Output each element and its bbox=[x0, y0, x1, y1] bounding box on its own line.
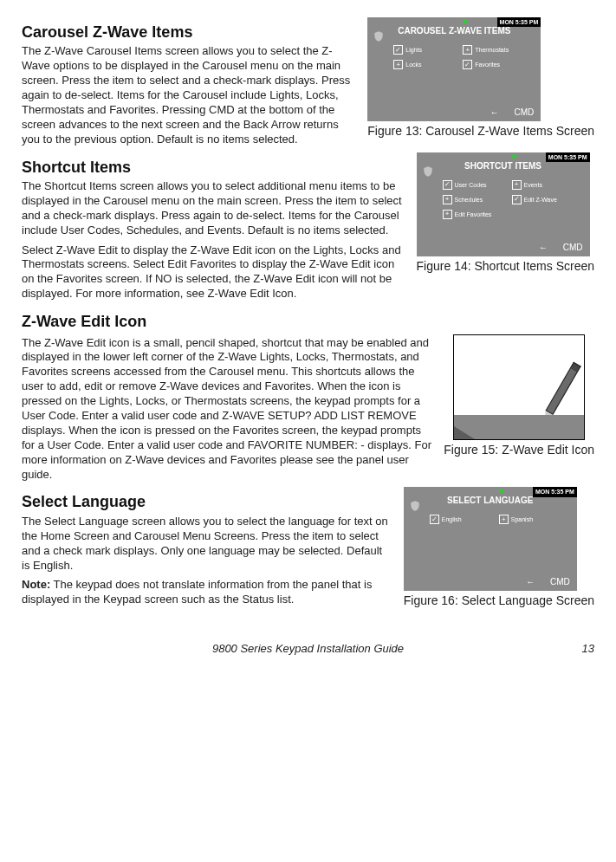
options-grid: ✓Lights +Thermostats +Locks ✓Favorites bbox=[393, 45, 532, 69]
option-label: Spanish bbox=[511, 515, 533, 523]
body-shortcut-1: The Shortcut Items screen allows you to … bbox=[22, 179, 406, 238]
clock-text: MON 5:35 PM bbox=[546, 152, 590, 162]
option-item[interactable]: ✓Lights bbox=[393, 45, 463, 55]
back-arrow-icon[interactable]: ← bbox=[539, 242, 548, 253]
checkbox-icon: + bbox=[393, 60, 403, 69]
pencil-icon bbox=[543, 361, 580, 418]
options-grid: ✓User Codes +Events +Schedules ✓Edit Z-W… bbox=[443, 180, 581, 219]
shield-icon bbox=[409, 499, 421, 513]
option-label: Edit Favorites bbox=[455, 211, 492, 218]
figure16-screen: MON 5:35 PM SELECT LANGUAGE ✓English +Sp… bbox=[404, 487, 577, 591]
note-language: Note: The keypad does not translate info… bbox=[22, 578, 393, 607]
option-item[interactable]: +Spanish bbox=[499, 515, 568, 524]
option-label: Edit Z-Wave bbox=[524, 196, 557, 204]
clock-text: MON 5:35 PM bbox=[533, 487, 577, 496]
option-item[interactable]: ✓English bbox=[430, 515, 499, 524]
checkbox-icon: ✓ bbox=[512, 195, 522, 204]
options-grid: ✓English +Spanish bbox=[430, 515, 568, 524]
option-item[interactable]: +Locks bbox=[393, 60, 463, 69]
checkbox-icon: ✓ bbox=[443, 180, 452, 190]
figure15-caption: Figure 15: Z-Wave Edit Icon bbox=[444, 443, 594, 458]
body-language: The Select Language screen allows you to… bbox=[22, 515, 393, 574]
heading-language: Select Language bbox=[22, 492, 393, 512]
footer-title: 9800 Series Keypad Installation Guide bbox=[212, 642, 404, 657]
option-label: User Codes bbox=[455, 181, 487, 189]
heading-carousel: Carousel Z-Wave Items bbox=[22, 23, 357, 42]
shield-icon bbox=[373, 29, 385, 43]
checkbox-icon: + bbox=[499, 515, 509, 524]
option-label: Favorites bbox=[475, 61, 500, 68]
shield-icon bbox=[422, 165, 434, 178]
figure16-caption: Figure 16: Select Language Screen bbox=[404, 593, 594, 609]
option-item[interactable]: +Schedules bbox=[443, 195, 512, 204]
heading-shortcut: Shortcut Items bbox=[22, 158, 406, 178]
option-item[interactable]: +Edit Favorites bbox=[443, 210, 512, 219]
figure13-screen: MON 5:35 PM CAROUSEL Z-WAVE ITEMS ✓Light… bbox=[367, 17, 541, 121]
option-label: Schedules bbox=[455, 196, 483, 204]
option-label: Events bbox=[524, 181, 542, 189]
figure15-editicon bbox=[453, 334, 585, 440]
back-arrow-icon[interactable]: ← bbox=[490, 107, 499, 118]
page-number: 13 bbox=[582, 642, 594, 657]
option-label: English bbox=[442, 515, 462, 523]
checkbox-icon: + bbox=[443, 195, 452, 204]
option-label: Thermostats bbox=[475, 46, 509, 54]
option-item[interactable]: ✓Favorites bbox=[463, 60, 532, 69]
body-shortcut-2: Select Z-Wave Edit to display the Z-Wave… bbox=[22, 243, 406, 302]
figure13-caption: Figure 13: Carousel Z-Wave Items Screen bbox=[367, 124, 594, 139]
status-led-icon bbox=[512, 154, 516, 159]
heading-editicon: Z-Wave Edit Icon bbox=[22, 312, 594, 332]
checkbox-icon: + bbox=[463, 45, 472, 55]
checkbox-icon: ✓ bbox=[393, 45, 403, 55]
option-label: Lights bbox=[405, 46, 422, 54]
back-arrow-icon[interactable]: ← bbox=[526, 576, 535, 587]
body-carousel: The Z-Wave Carousel Items screen allows … bbox=[22, 44, 357, 146]
cmd-button[interactable]: CMD bbox=[563, 242, 583, 253]
option-item[interactable]: ✓User Codes bbox=[443, 180, 512, 190]
option-item[interactable]: ✓Edit Z-Wave bbox=[512, 195, 581, 204]
clock-text: MON 5:35 PM bbox=[497, 17, 541, 27]
option-item[interactable]: +Events bbox=[512, 180, 581, 190]
option-item[interactable]: +Thermostats bbox=[463, 45, 532, 55]
checkbox-icon: ✓ bbox=[463, 60, 472, 69]
cmd-button[interactable]: CMD bbox=[550, 576, 570, 587]
cmd-button[interactable]: CMD bbox=[515, 107, 535, 118]
figure14-screen: MON 5:35 PM SHORTCUT ITEMS ✓User Codes +… bbox=[417, 152, 590, 256]
body-editicon: The Z-Wave Edit icon is a small, pencil … bbox=[22, 336, 433, 483]
checkbox-icon: + bbox=[443, 210, 452, 219]
figure14-caption: Figure 14: Shortcut Items Screen bbox=[417, 259, 594, 275]
checkbox-icon: + bbox=[512, 180, 522, 190]
checkbox-icon: ✓ bbox=[430, 515, 439, 524]
option-label: Locks bbox=[405, 61, 421, 68]
